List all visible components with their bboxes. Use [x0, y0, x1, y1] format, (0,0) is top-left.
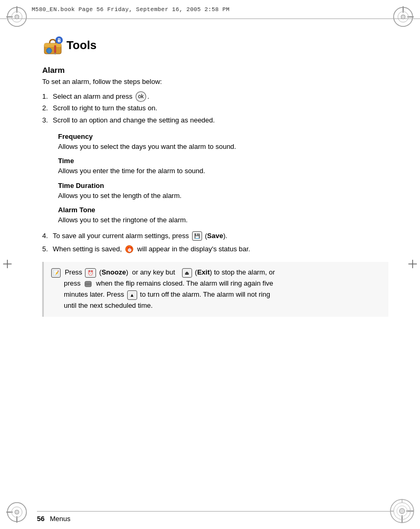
note-line2: press when the flip remains closed. The … — [64, 278, 273, 289]
ok-button-icon: ok — [136, 91, 147, 102]
up-button-icon: ▲ — [127, 290, 137, 300]
step-2: 2. Scroll to right to turn the status on… — [42, 103, 388, 114]
alarm-heading: Alarm — [42, 65, 388, 74]
header-text: M580_EN.book Page 56 Friday, September 1… — [32, 6, 230, 13]
step-4-text: To save all your current alarm settings,… — [53, 231, 227, 242]
svg-text:⏰: ⏰ — [127, 247, 133, 253]
save-button-icon: 💾 — [192, 231, 202, 241]
step-4-num: 4. — [42, 231, 53, 242]
step-3-num: 3. — [42, 115, 53, 126]
svg-rect-30 — [44, 43, 61, 47]
alarm-status-icon: ⏰ — [125, 245, 133, 253]
subsection-time-duration: Time Duration Allows you to set the leng… — [58, 182, 388, 201]
step-3: 3. Scroll to an option and change the se… — [42, 115, 388, 126]
step-5-text: When setting is saved, ⏰ will appear in … — [53, 244, 250, 255]
note-icon: 📝 — [51, 268, 61, 278]
alarm-tone-body: Allows you to set the ringtone of the al… — [58, 215, 388, 225]
svg-text:Ƀ: Ƀ — [58, 38, 61, 43]
step-1-text: Select an alarm and press ok. — [53, 91, 149, 102]
side-cross-left — [2, 259, 13, 269]
note-line4: until the next scheduled time. — [64, 300, 152, 311]
step-2-text: Scroll to right to turn the status on. — [53, 103, 157, 114]
time-duration-body: Allows you to set the length of the alar… — [58, 191, 388, 201]
svg-point-14 — [15, 510, 19, 514]
step-2-num: 2. — [42, 103, 53, 114]
corner-decoration-bl — [2, 497, 32, 527]
note-box: 📝 Press ⏰ (Snooze) or any key but ⏏ (Exi… — [42, 262, 388, 316]
frequency-body: Allows you to select the days you want t… — [58, 141, 388, 152]
side-cross-right — [407, 259, 418, 269]
subsection-time: Time Allows you enter the time for the a… — [58, 157, 388, 176]
note-line1: Press ⏰ (Snooze) or any key but ⏏ (Exit)… — [65, 268, 275, 276]
intro-text: To set an alarm, follow the steps below: — [42, 77, 388, 87]
page-title: Tools — [66, 39, 97, 52]
page-header: Ƀ Tools — [42, 35, 388, 56]
snooze-button-icon: ⏰ — [85, 268, 96, 278]
alarm-tone-heading: Alarm Tone — [58, 206, 388, 214]
exit-button-icon: ⏏ — [182, 268, 192, 278]
step-3-text: Scroll to an option and change the setti… — [53, 115, 215, 126]
note-line3: minutes later. Press ▲ to turn off the a… — [64, 289, 270, 300]
header-bar: M580_EN.book Page 56 Friday, September 1… — [0, 0, 420, 19]
step-1: 1. Select an alarm and press ok. — [42, 91, 388, 102]
step-5-num: 5. — [42, 244, 53, 255]
tools-icon: Ƀ — [42, 35, 63, 56]
footer-page-number: 56 — [37, 515, 44, 523]
step-5: 5. When setting is saved, ⏰ will appear … — [42, 244, 388, 255]
flip-icon — [84, 280, 92, 288]
subsection-alarm-tone: Alarm Tone Allows you to set the rington… — [58, 206, 388, 225]
footer-label: Menus — [50, 515, 70, 523]
subsection-frequency: Frequency Allows you to select the days … — [58, 133, 388, 152]
time-duration-heading: Time Duration — [58, 182, 388, 190]
footer: 56 Menus — [37, 511, 394, 523]
step-1-num: 1. — [42, 91, 53, 102]
step-4: 4. To save all your current alarm settin… — [42, 231, 388, 242]
time-heading: Time — [58, 157, 388, 165]
svg-point-20 — [399, 508, 405, 514]
main-content: Ƀ Tools Alarm To set an alarm, follow th… — [37, 19, 394, 503]
svg-rect-33 — [54, 45, 56, 53]
svg-rect-32 — [48, 48, 50, 53]
frequency-heading: Frequency — [58, 133, 388, 140]
time-body: Allows you enter the time for the alarm … — [58, 166, 388, 176]
